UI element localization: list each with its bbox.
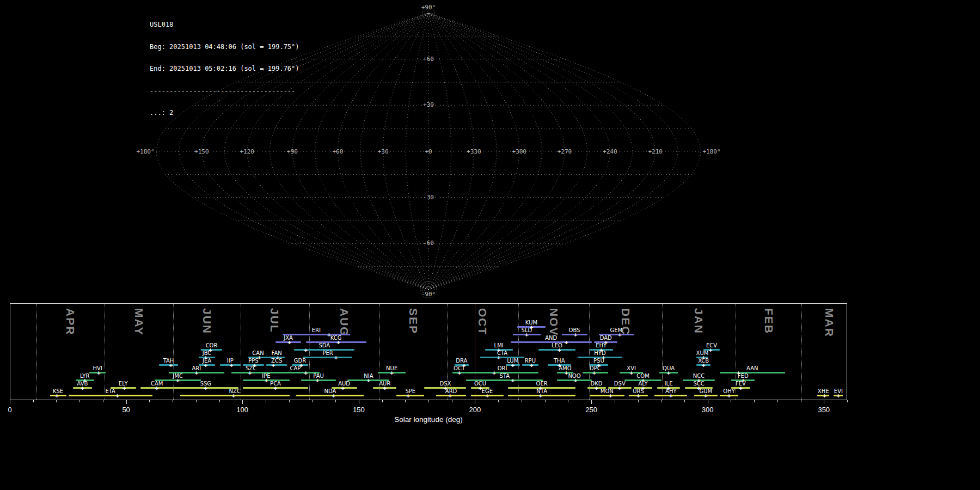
peak-marker-aur: + [383, 386, 387, 390]
shower-label-ori: ORI [498, 366, 507, 371]
x-axis-tick [731, 400, 731, 402]
peak-marker-dpc: + [592, 371, 596, 375]
x-tick-label: 50 [122, 406, 130, 414]
peak-marker-eta: + [115, 394, 119, 397]
meridian-line [428, 13, 633, 290]
month-boundary-line [105, 304, 105, 400]
month-boundary-line [173, 304, 174, 400]
meridian-line [428, 13, 678, 290]
x-axis-tick [196, 400, 197, 402]
peak-marker-kcg: + [336, 340, 340, 344]
shower-bar-spe [396, 395, 424, 396]
latitude-label: -90° [421, 291, 436, 298]
shower-bar-mon [590, 395, 624, 396]
peak-marker-szc: + [248, 371, 252, 375]
longitude-label: +60 [332, 148, 343, 155]
x-axis-tick [289, 400, 290, 402]
x-tick-label: 250 [585, 406, 597, 414]
peak-marker-xhe: + [823, 394, 826, 397]
longitude-label: +210 [648, 148, 663, 155]
peak-marker-per: + [334, 356, 338, 359]
shower-label-eta: ETA [105, 389, 115, 394]
x-axis-tick [173, 400, 173, 402]
x-tick-label: 350 [818, 406, 830, 414]
month-label-may: MAY [132, 308, 145, 336]
x-axis-tick [335, 400, 336, 402]
x-axis-tick [242, 400, 243, 404]
peak-marker-ipe: + [265, 378, 268, 382]
shower-label-sta: STA [500, 373, 510, 379]
longitude-label: +0 [425, 148, 432, 155]
longitude-label: +300 [512, 148, 526, 155]
peak-marker-cap: + [304, 371, 308, 375]
x-axis-tick [475, 400, 475, 404]
peak-marker-leo: + [558, 348, 561, 352]
longitude-label: +30 [378, 148, 389, 155]
peak-marker-qua: + [667, 371, 671, 375]
sky-map: +180°+150+120+90+60+30+0+330+300+270+240… [0, 0, 871, 303]
shower-label-cap: CAP [290, 366, 301, 371]
longitude-label: +180° [702, 148, 720, 155]
x-tick-label: 0 [8, 406, 11, 414]
longitude-label: +270 [558, 148, 572, 155]
x-axis-tick [428, 400, 429, 402]
peak-marker-gem: + [618, 333, 622, 336]
peak-marker-gum: + [704, 394, 708, 397]
peak-marker-zcs: + [271, 363, 275, 367]
month-label-aug: AUG [338, 308, 351, 337]
meridian-line [360, 13, 428, 290]
x-axis-tick [452, 400, 452, 402]
month-label-oct: OCT [476, 308, 489, 335]
month-label-sep: SEP [407, 308, 420, 334]
shower-label-eri: ERI [312, 328, 321, 333]
peak-marker-sta: + [511, 378, 514, 382]
month-label-jan: JAN [692, 308, 705, 334]
x-axis-tick [777, 400, 778, 402]
x-axis-tick [405, 400, 406, 402]
month-label-jul: JUL [268, 308, 281, 333]
peak-marker-ari: + [194, 371, 198, 375]
peak-marker-obs: + [574, 333, 578, 336]
peak-marker-ard: + [448, 394, 452, 397]
x-axis-tick [638, 400, 639, 402]
shower-bar-aan [720, 372, 785, 373]
peak-marker-ahy: + [669, 394, 673, 397]
peak-marker-jxa: + [287, 340, 291, 344]
peak-marker-cam: + [155, 386, 159, 390]
peak-marker-nia: + [367, 378, 371, 382]
peak-marker-fev: + [739, 386, 743, 390]
month-label-mar: MAR [823, 308, 836, 338]
month-label-feb: FEB [762, 308, 775, 334]
x-axis-tick [359, 400, 359, 404]
latitude-label: -60 [423, 240, 434, 247]
peak-marker-mon: + [609, 394, 612, 397]
x-axis-tick [498, 400, 499, 402]
peak-marker-avb: + [81, 386, 84, 390]
month-boundary-line [241, 304, 241, 400]
month-boundary-line [36, 304, 37, 400]
shower-bar-zcs [266, 364, 287, 366]
timeline-panel: APRMAYJUNJULAUGSEPOCTNOVDECJANFEBMARKUM+… [10, 303, 847, 400]
peak-marker-cta: + [497, 356, 501, 359]
month-label-jun: JUN [200, 308, 213, 334]
month-label-apr: APR [64, 308, 77, 335]
x-axis-tick [79, 400, 80, 402]
peak-marker-amo: + [565, 371, 568, 375]
peak-marker-sda: + [304, 348, 308, 352]
x-axis-tick [754, 400, 755, 402]
latitude-label: -30 [423, 194, 434, 201]
shower-bar-nda [296, 395, 364, 396]
peak-marker-tah: + [169, 363, 173, 367]
peak-marker-sld: + [525, 333, 529, 336]
x-axis-tick [824, 400, 824, 404]
x-axis-tick [568, 400, 568, 402]
latitude-label: +30 [423, 101, 434, 108]
peak-marker-hvi: + [97, 371, 101, 375]
latitude-label: +60 [423, 56, 434, 63]
x-tick-label: 300 [702, 406, 714, 414]
x-axis-tick [312, 400, 313, 402]
month-label-nov: NOV [547, 308, 560, 336]
meridian-line [428, 13, 497, 290]
x-axis-tick [545, 400, 546, 402]
shower-label-per: PER [323, 351, 333, 356]
